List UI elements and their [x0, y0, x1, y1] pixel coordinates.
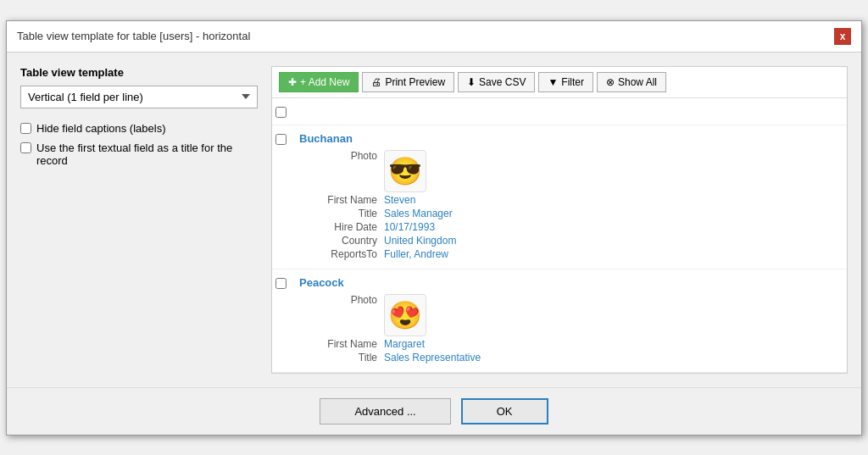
peacock-title-row: Title Sales Representative — [299, 352, 843, 363]
print-preview-label: Print Preview — [385, 76, 445, 88]
plus-icon: ✚ — [288, 76, 297, 88]
show-all-label: Show All — [618, 76, 657, 88]
buchanan-reportsto-label: ReportsTo — [299, 248, 384, 260]
buchanan-checkbox-col — [275, 132, 299, 262]
ok-button[interactable]: OK — [461, 398, 548, 424]
buchanan-name[interactable]: Buchanan — [299, 132, 843, 145]
left-panel: Table view template Vertical (1 field pe… — [20, 66, 258, 374]
print-icon: 🖨 — [371, 76, 381, 88]
peacock-title-value: Sales Representative — [384, 352, 481, 363]
peacock-name[interactable]: Peacock — [299, 276, 843, 289]
close-button[interactable]: x — [834, 28, 851, 45]
save-csv-label: Save CSV — [479, 76, 526, 88]
buchanan-hiredate-label: Hire Date — [299, 221, 384, 233]
dialog-title: Table view template for table [users] - … — [17, 30, 250, 42]
buchanan-avatar: 😎 — [384, 150, 426, 192]
show-all-icon: ⊗ — [606, 76, 615, 88]
hide-captions-checkbox[interactable] — [20, 123, 31, 134]
hide-captions-item[interactable]: Hide field captions (labels) — [20, 122, 258, 135]
buchanan-photo-label: Photo — [299, 150, 384, 162]
use-title-checkbox[interactable] — [20, 142, 31, 153]
use-title-item[interactable]: Use the first textual field as a title f… — [20, 141, 258, 167]
buchanan-country-row: Country United Kingdom — [299, 235, 843, 247]
save-csv-button[interactable]: ⬇ Save CSV — [458, 72, 535, 92]
buchanan-hiredate-value: 10/17/1993 — [384, 221, 435, 233]
download-icon: ⬇ — [467, 76, 476, 88]
right-panel: ✚ + Add New 🖨 Print Preview ⬇ Save CSV ▼… — [271, 66, 848, 374]
filter-label: Filter — [561, 76, 584, 88]
left-panel-title: Table view template — [20, 66, 258, 79]
buchanan-photo-row: Photo 😎 — [299, 150, 843, 192]
buchanan-reportsto-value: Fuller, Andrew — [384, 248, 448, 260]
add-new-label: + Add New — [300, 76, 349, 88]
filter-button[interactable]: ▼ Filter — [538, 72, 593, 92]
use-title-label: Use the first textual field as a title f… — [36, 141, 258, 167]
buchanan-country-value: United Kingdom — [384, 235, 456, 247]
dialog-body: Table view template Vertical (1 field pe… — [7, 53, 861, 387]
buchanan-checkbox[interactable] — [275, 134, 287, 145]
checkbox-group: Hide field captions (labels) Use the fir… — [20, 122, 258, 167]
record-buchanan: Buchanan Photo 😎 First Name Steven — [272, 125, 847, 269]
buchanan-country-label: Country — [299, 235, 384, 247]
peacock-firstname-row: First Name Margaret — [299, 338, 843, 350]
empty-row-checkbox-col — [275, 105, 299, 118]
record-peacock: Peacock Photo 😍 First Name Margaret — [272, 269, 847, 373]
empty-row — [272, 98, 847, 125]
print-preview-button[interactable]: 🖨 Print Preview — [362, 72, 454, 92]
show-all-button[interactable]: ⊗ Show All — [597, 72, 666, 92]
buchanan-title-label: Title — [299, 208, 384, 219]
peacock-photo-cell: 😍 — [384, 294, 426, 336]
add-new-button[interactable]: ✚ + Add New — [279, 72, 359, 92]
filter-icon: ▼ — [548, 76, 558, 88]
hide-captions-label: Hide field captions (labels) — [36, 122, 165, 135]
peacock-checkbox-col — [275, 276, 299, 365]
buchanan-title-value: Sales Manager — [384, 208, 453, 219]
dialog-footer: Advanced ... OK — [7, 387, 861, 435]
peacock-photo-row: Photo 😍 — [299, 294, 843, 336]
peacock-firstname-label: First Name — [299, 338, 384, 350]
buchanan-hiredate-row: Hire Date 10/17/1993 — [299, 221, 843, 233]
buchanan-reportsto-row: ReportsTo Fuller, Andrew — [299, 248, 843, 260]
buchanan-photo-cell: 😎 — [384, 150, 426, 192]
peacock-title-label: Title — [299, 352, 384, 363]
template-dropdown[interactable]: Vertical (1 field per line) Horizontal C… — [20, 86, 258, 108]
peacock-firstname-value: Margaret — [384, 338, 425, 350]
peacock-photo-label: Photo — [299, 294, 384, 306]
buchanan-firstname-value: Steven — [384, 194, 415, 206]
main-dialog: Table view template for table [users] - … — [6, 20, 862, 436]
records-area: Buchanan Photo 😎 First Name Steven — [272, 98, 847, 373]
buchanan-firstname-row: First Name Steven — [299, 194, 843, 206]
buchanan-content: Buchanan Photo 😎 First Name Steven — [299, 132, 843, 262]
peacock-content: Peacock Photo 😍 First Name Margaret — [299, 276, 843, 365]
buchanan-firstname-label: First Name — [299, 194, 384, 206]
advanced-button[interactable]: Advanced ... — [320, 398, 450, 424]
empty-row-checkbox[interactable] — [275, 107, 287, 118]
peacock-checkbox[interactable] — [275, 278, 287, 289]
buchanan-title-row: Title Sales Manager — [299, 208, 843, 219]
peacock-avatar: 😍 — [384, 294, 426, 336]
title-bar: Table view template for table [users] - … — [7, 21, 861, 53]
toolbar: ✚ + Add New 🖨 Print Preview ⬇ Save CSV ▼… — [272, 67, 847, 98]
